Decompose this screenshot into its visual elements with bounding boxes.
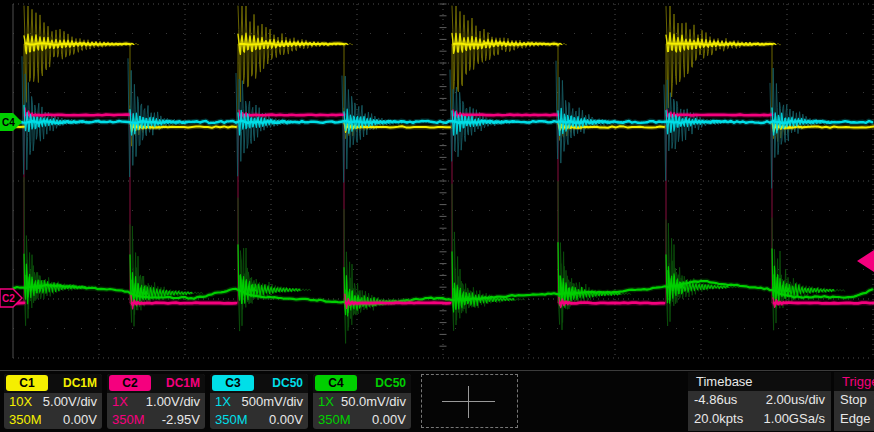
probe-ratio: 10X <box>9 393 32 411</box>
channel-box-header: C3 DC50 <box>210 374 308 393</box>
channel-box-c1[interactable]: C1 DC1M 10X5.00V/div 350M0.00V <box>4 374 102 429</box>
timebase-panel[interactable]: Timebase -4.86us 2.00us/div 20.0kpts 1.0… <box>688 372 831 431</box>
bandwidth-limit: 350M <box>9 411 42 429</box>
volts-per-div: 1.00V/div <box>146 393 200 411</box>
trigger-level-marker[interactable] <box>857 250 874 272</box>
channel-box-header: C1 DC1M <box>4 374 102 393</box>
channel-offset: 0.00V <box>63 411 97 429</box>
channel-offset: 0.00V <box>372 411 406 429</box>
channel-box-header: C2 DC1M <box>107 374 205 393</box>
channel-offset: 0.00V <box>269 411 303 429</box>
channel-tab-c4[interactable]: C4 <box>315 375 357 391</box>
channel-box-c2[interactable]: C2 DC1M 1X1.00V/div 350M-2.95V <box>107 374 205 429</box>
reference-drop-zone[interactable] <box>421 374 518 428</box>
channel-box-c3[interactable]: C3 DC50 1X500mV/div 350M0.00V <box>210 374 308 429</box>
volts-per-div: 5.00V/div <box>43 393 97 411</box>
channel-tab-c1[interactable]: C1 <box>6 375 48 391</box>
volts-per-div: 50.0mV/div <box>341 393 406 411</box>
coupling-label: DC1M <box>166 376 200 390</box>
channel-tab-c3[interactable]: C3 <box>212 375 254 391</box>
timebase-scale: 2.00us/div <box>766 391 825 410</box>
channel-tab-c2[interactable]: C2 <box>109 375 151 391</box>
oscilloscope-screen: C4C2 C1 DC1M 10X5.00V/div 350M0.00V C2 D… <box>0 0 874 432</box>
marker-label: C2 <box>2 293 15 304</box>
volts-per-div: 500mV/div <box>242 393 303 411</box>
trigger-title: Trigger <box>834 372 874 391</box>
channel-offset: -2.95V <box>162 411 200 429</box>
bandwidth-limit: 350M <box>112 411 145 429</box>
channel-box-c4[interactable]: C4 DC50 1X50.0mV/div 350M0.00V <box>313 374 411 429</box>
timebase-delay: -4.86us <box>694 391 737 410</box>
coupling-label: DC50 <box>272 376 303 390</box>
crosshair-icon <box>468 386 469 418</box>
bottom-status-bar: C1 DC1M 10X5.00V/div 350M0.00V C2 DC1M 1… <box>0 370 874 432</box>
marker-label: C4 <box>2 117 15 128</box>
bandwidth-limit: 350M <box>318 411 351 429</box>
waveform-display[interactable]: C4C2 <box>0 0 874 370</box>
trigger-status: Stop <box>840 391 867 410</box>
waveform-svg: C4C2 <box>0 0 874 370</box>
probe-ratio: 1X <box>112 393 128 411</box>
memory-depth: 20.0kpts <box>694 410 743 429</box>
bandwidth-limit: 350M <box>215 411 248 429</box>
trigger-type: Edge <box>840 410 870 429</box>
coupling-label: DC1M <box>63 376 97 390</box>
probe-ratio: 1X <box>215 393 231 411</box>
channel-box-header: C4 DC50 <box>313 374 411 393</box>
timebase-title: Timebase <box>688 372 831 391</box>
sample-rate: 1.00GSa/s <box>764 410 825 429</box>
trigger-panel[interactable]: Trigger Stop Edge <box>834 372 874 431</box>
coupling-label: DC50 <box>375 376 406 390</box>
probe-ratio: 1X <box>318 393 334 411</box>
